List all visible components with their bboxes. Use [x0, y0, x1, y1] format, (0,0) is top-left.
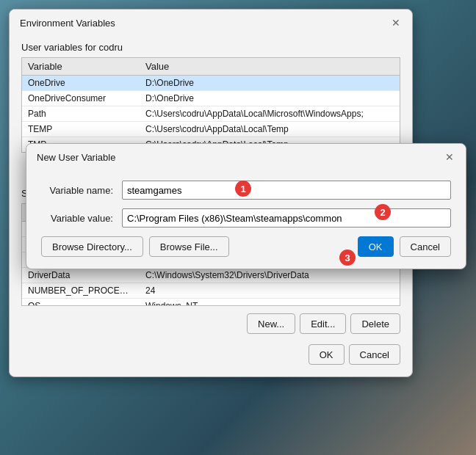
dialog-titlebar: New User Variable ✕: [26, 144, 466, 169]
table-row[interactable]: Path C:\Users\codru\AppData\Local\Micros…: [22, 106, 400, 122]
env-window-ok-cancel: OK Cancel: [21, 344, 400, 365]
table-row[interactable]: OneDrive D:\OneDrive: [22, 76, 400, 91]
var-value-cell: C:\Users\codru\AppData\Local\Microsoft\W…: [140, 106, 400, 121]
table-row[interactable]: OS Windows_NT: [22, 299, 400, 306]
sys-edit-button[interactable]: Edit...: [300, 313, 346, 334]
browse-directory-button[interactable]: Browse Directory...: [41, 236, 143, 257]
var-name-cell: TEMP: [22, 122, 140, 136]
table-row[interactable]: OneDriveConsumer D:\OneDrive: [22, 91, 400, 106]
user-val-col-header: Value: [140, 58, 400, 75]
var-value-cell: 24: [140, 283, 400, 298]
var-value-cell: D:\OneDrive: [140, 91, 400, 106]
variable-value-input[interactable]: [122, 208, 451, 228]
var-name-cell: Path: [22, 106, 140, 121]
new-user-variable-dialog: New User Variable ✕ Variable name: Varia…: [26, 143, 466, 269]
user-variables-table: Variable Value OneDrive D:\OneDrive OneD…: [21, 57, 400, 153]
dialog-close-button[interactable]: ✕: [444, 151, 455, 163]
variable-name-label: Variable name:: [41, 185, 122, 196]
dialog-cancel-button[interactable]: Cancel: [400, 236, 451, 257]
browse-file-button[interactable]: Browse File...: [149, 236, 229, 257]
env-window-titlebar: Environment Variables ✕: [10, 10, 412, 34]
table-row[interactable]: NUMBER_OF_PROCESSORS 24: [22, 283, 400, 299]
var-name-cell: DriverData: [22, 268, 140, 283]
env-cancel-button[interactable]: Cancel: [349, 344, 400, 365]
env-window-title: Environment Variables: [20, 18, 115, 29]
dialog-title: New User Variable: [37, 152, 115, 163]
var-name-cell: NUMBER_OF_PROCESSORS: [22, 283, 140, 298]
table-row[interactable]: DriverData C:\Windows\System32\Drivers\D…: [22, 268, 400, 283]
var-value-cell: C:\Windows\System32\Drivers\DriverData: [140, 268, 400, 283]
user-var-col-header: Variable: [22, 58, 140, 75]
var-value-cell: C:\Users\codru\AppData\Local\Temp: [140, 122, 400, 136]
badge-1: 1: [235, 181, 251, 197]
variable-value-label: Variable value:: [41, 213, 122, 224]
badge-2: 2: [375, 204, 391, 220]
user-section-label: User variables for codru: [21, 42, 400, 53]
table-row[interactable]: TEMP C:\Users\codru\AppData\Local\Temp: [22, 122, 400, 137]
sys-new-button[interactable]: New...: [247, 313, 295, 334]
variable-name-input[interactable]: [122, 181, 451, 200]
user-table-header: Variable Value: [22, 58, 400, 76]
var-name-cell: OneDriveConsumer: [22, 91, 140, 106]
env-ok-button[interactable]: OK: [309, 344, 345, 365]
var-name-cell: OneDrive: [22, 76, 140, 90]
system-vars-buttons: New... Edit... Delete: [21, 313, 400, 334]
sys-delete-button[interactable]: Delete: [350, 313, 400, 334]
env-window-close-button[interactable]: ✕: [390, 17, 402, 29]
var-value-cell: D:\OneDrive: [140, 76, 400, 90]
dialog-ok-button[interactable]: OK: [358, 236, 394, 257]
badge-3: 3: [339, 250, 356, 266]
dialog-action-buttons: Browse Directory... Browse File... OK Ca…: [41, 236, 451, 257]
var-name-cell: OS: [22, 299, 140, 306]
var-value-cell: Windows_NT: [140, 299, 400, 306]
